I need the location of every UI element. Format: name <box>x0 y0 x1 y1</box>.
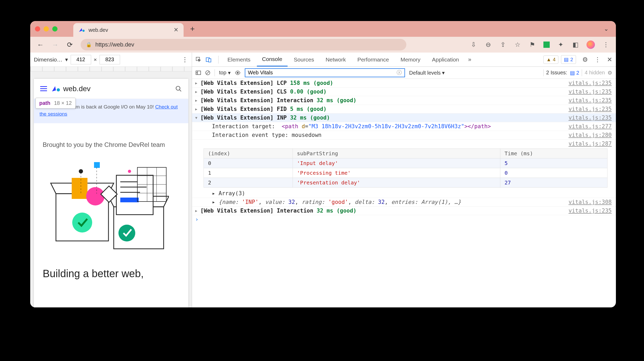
expand-icon[interactable]: ▸ <box>195 208 200 214</box>
expand-icon[interactable]: ▸ <box>195 97 200 104</box>
site-logo[interactable]: web.dev <box>52 85 91 93</box>
console-sidebar-icon[interactable] <box>196 70 201 75</box>
share-icon[interactable]: ⇪ <box>499 41 507 48</box>
log-levels-selector[interactable]: Default levels ▾ <box>409 70 445 76</box>
tabs-more-icon[interactable]: » <box>465 56 474 63</box>
tab-close-icon[interactable]: ✕ <box>174 27 178 33</box>
console-row-expanded[interactable]: ▾ [Web Vitals Extension] INP 32 ms (good… <box>192 114 616 122</box>
context-selector[interactable]: top ▾ <box>219 70 231 76</box>
forward-button[interactable]: → <box>51 41 59 49</box>
titlebar: web.dev ✕ + ⌄ <box>30 21 616 37</box>
back-button[interactable]: ← <box>37 41 44 49</box>
svg-rect-6 <box>72 178 87 199</box>
devtools-tab-bar: Elements Console Sources Network Perform… <box>192 53 616 67</box>
hamburger-icon[interactable] <box>40 86 47 91</box>
console-prompt[interactable]: › <box>192 215 616 224</box>
clear-console-icon[interactable] <box>205 70 210 75</box>
table-row: 0'Input delay'5 <box>204 158 607 168</box>
reload-button[interactable]: ⟳ <box>66 41 74 49</box>
new-tab-button[interactable]: + <box>190 24 195 33</box>
tooltip-size: 18 × 12 <box>54 100 72 106</box>
minimize-window-button[interactable] <box>44 26 49 32</box>
source-link[interactable]: vitals.js:235 <box>569 106 612 112</box>
content-split: Dimensio… ▾ × ⋮ web.dev <box>30 53 616 307</box>
tab-console[interactable]: Console <box>257 53 288 66</box>
console-row[interactable]: ▸ [Web Vitals Extension] LCP 158 ms (goo… <box>192 79 616 87</box>
source-link[interactable]: vitals.js:235 <box>569 80 612 86</box>
search-icon[interactable] <box>175 85 182 92</box>
devtools-close-icon[interactable]: ✕ <box>607 56 612 63</box>
console-filter[interactable]: ⓧ <box>245 68 405 77</box>
infos-badge[interactable]: ▤ 2 <box>561 55 576 64</box>
console-settings-icon[interactable]: ⚙ <box>607 70 612 76</box>
source-link[interactable]: vitals.js:235 <box>569 89 612 95</box>
console-toolbar: top ▾ ⓧ Default levels ▾ 2 Issues: ▤ 2 4… <box>192 67 616 79</box>
ruler <box>30 67 192 71</box>
brought-by: Brought to you by the Chrome DevRel team <box>43 141 179 148</box>
source-link[interactable]: vitals.js:280 <box>569 132 612 138</box>
settings-icon[interactable]: ⚙ <box>582 56 588 63</box>
object-summary[interactable]: ▸ {name: 'INP', value: 32, rating: 'good… <box>192 198 616 207</box>
browser-tab[interactable]: web.dev ✕ <box>73 23 184 37</box>
source-link[interactable]: vitals.js:308 <box>569 199 612 205</box>
zoom-icon[interactable]: ⊖ <box>485 41 492 48</box>
extensions-icon[interactable]: ✦ <box>557 41 564 48</box>
source-link[interactable]: vitals.js:277 <box>569 123 612 130</box>
expand-icon[interactable]: ▸ <box>195 106 200 112</box>
devtools-menu-icon[interactable]: ⋮ <box>594 56 601 63</box>
maximize-window-button[interactable] <box>52 26 58 32</box>
device-toolbar-icon[interactable] <box>206 57 215 63</box>
install-icon[interactable]: ⇩ <box>470 41 477 48</box>
browser-menu-icon[interactable]: ⋮ <box>602 41 610 48</box>
site-header: web.dev <box>34 79 188 99</box>
source-link[interactable]: vitals.js:235 <box>569 208 612 214</box>
source-link[interactable]: vitals.js:235 <box>569 97 612 104</box>
tabs-overflow-icon[interactable]: ⌄ <box>604 25 609 32</box>
device-preview-pane: Dimensio… ▾ × ⋮ web.dev <box>30 53 192 307</box>
url-text: https://web.dev <box>95 41 134 48</box>
svg-line-35 <box>206 71 209 74</box>
bookmark-icon[interactable]: ☆ <box>514 41 521 48</box>
svg-rect-9 <box>94 162 100 168</box>
device-menu-icon[interactable]: ⋮ <box>182 56 188 63</box>
inspect-element-icon[interactable] <box>196 57 205 63</box>
warnings-badge[interactable]: ▲ 4 <box>543 55 558 64</box>
filter-input[interactable] <box>248 70 397 76</box>
address-bar[interactable]: 🔒 https://web.dev <box>81 39 406 50</box>
console-row[interactable]: ▸ [Web Vitals Extension] Interaction 32 … <box>192 96 616 105</box>
height-input[interactable] <box>100 55 120 64</box>
live-expression-icon[interactable] <box>235 70 241 76</box>
th-subpart[interactable]: subPartString <box>293 149 500 158</box>
clear-filter-icon[interactable]: ⓧ <box>397 69 402 76</box>
width-input[interactable] <box>71 55 91 64</box>
collapse-icon[interactable]: ▾ <box>195 115 200 121</box>
hidden-count: 4 hidden <box>585 70 605 76</box>
console-row[interactable]: ▸ [Web Vitals Extension] CLS 0.00 (good)… <box>192 87 616 96</box>
th-index[interactable]: (index) <box>204 149 293 158</box>
profile-avatar[interactable] <box>586 40 595 49</box>
tab-network[interactable]: Network <box>320 53 351 66</box>
expand-icon[interactable]: ▸ <box>195 89 200 95</box>
issues-summary[interactable]: 2 Issues: ▤ 2 4 hidden ⚙ <box>543 69 612 76</box>
dimensions-label[interactable]: Dimensio… <box>34 56 63 63</box>
close-window-button[interactable] <box>35 26 40 32</box>
issues-label: 2 Issues: <box>546 70 567 76</box>
extension-square-icon[interactable] <box>543 42 550 48</box>
array-summary[interactable]: ▸ Array(3) <box>192 189 616 198</box>
tab-memory[interactable]: Memory <box>395 53 426 66</box>
devtools-panel: Elements Console Sources Network Perform… <box>192 53 616 307</box>
chevron-down-icon: ▾ <box>228 70 231 76</box>
dimensions-dropdown-icon[interactable]: ▾ <box>65 56 68 63</box>
sidepanel-icon[interactable]: ◧ <box>572 41 579 48</box>
tab-performance[interactable]: Performance <box>352 53 394 66</box>
tab-application[interactable]: Application <box>427 53 464 66</box>
tab-sources[interactable]: Sources <box>289 53 319 66</box>
expand-icon[interactable]: ▸ <box>195 80 200 86</box>
th-time[interactable]: Time (ms) <box>500 149 607 158</box>
console-row[interactable]: ▸ [Web Vitals Extension] FID 5 ms (good)… <box>192 105 616 114</box>
tab-elements[interactable]: Elements <box>222 53 256 66</box>
console-row[interactable]: ▸ [Web Vitals Extension] Interaction 32 … <box>192 207 616 215</box>
source-link[interactable]: vitals.js:287 <box>569 141 612 147</box>
source-link[interactable]: vitals.js:235 <box>569 115 612 121</box>
flag-icon[interactable]: ⚑ <box>529 41 536 48</box>
